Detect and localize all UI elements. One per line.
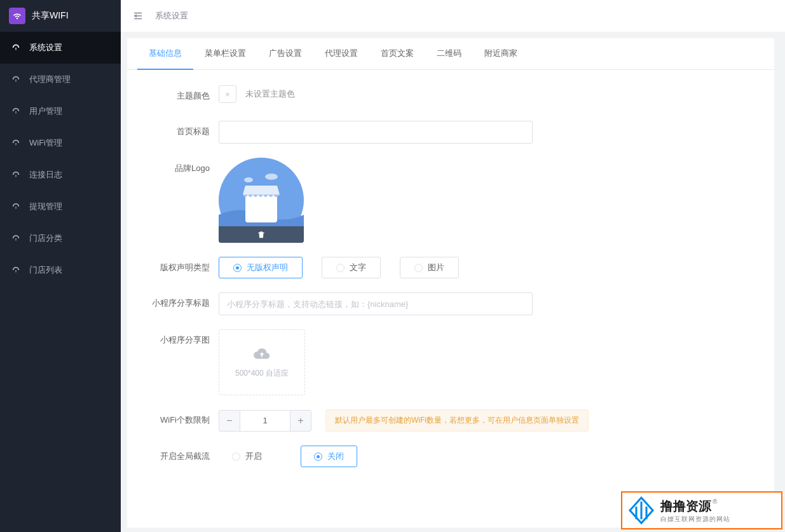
watermark-icon xyxy=(627,496,655,524)
dashboard-icon xyxy=(11,234,22,243)
wifi-icon xyxy=(9,8,25,24)
copyright-option-image[interactable]: 图片 xyxy=(400,257,459,278)
share-image-upload[interactable]: 500*400 自适应 xyxy=(219,329,305,395)
copyright-label: 版权声明类型 xyxy=(142,257,219,278)
radio-label: 文字 xyxy=(350,262,366,273)
theme-color-label: 主题颜色 xyxy=(142,85,219,107)
watermark: 撸撸资源® 白嫖互联网资源的网站 xyxy=(621,491,782,529)
upload-hint: 500*400 自适应 xyxy=(235,368,289,379)
tab-ad-settings[interactable]: 广告设置 xyxy=(257,38,313,69)
dashboard-icon xyxy=(11,139,22,147)
global-throttle-label: 开启全局截流 xyxy=(142,446,219,467)
radio-label: 关闭 xyxy=(327,451,344,462)
radio-dot-icon xyxy=(314,453,322,461)
sidebar-item-label: 连接日志 xyxy=(29,169,62,181)
radio-label: 图片 xyxy=(428,262,444,273)
increment-button[interactable]: + xyxy=(290,410,311,432)
dashboard-icon xyxy=(11,43,22,52)
wifi-limit-stepper: − + xyxy=(219,410,311,432)
sidebar-item-system-settings[interactable]: 系统设置 xyxy=(0,32,121,64)
sidebar-item-label: WiFi管理 xyxy=(29,137,62,149)
wifi-limit-alert: 默认用户最多可创建的WiFi数量，若想更多，可在用户信息页面单独设置 xyxy=(325,409,589,432)
tabs: 基础信息 菜单栏设置 广告设置 代理设置 首页文案 二维码 附近商家 xyxy=(127,38,774,70)
share-image-label: 小程序分享图 xyxy=(142,329,219,351)
theme-color-picker[interactable]: × xyxy=(219,85,236,103)
trash-icon xyxy=(257,230,266,239)
sidebar-item-label: 门店分类 xyxy=(29,233,62,244)
dashboard-icon xyxy=(11,107,22,116)
breadcrumb: 系统设置 xyxy=(155,10,188,22)
form: 主题颜色 × 未设置主题色 首页标题 品牌Logo xyxy=(127,70,774,496)
global-throttle-option-on[interactable]: 开启 xyxy=(219,446,275,467)
sidebar: 共享WIFI 系统设置 代理商管理 用户管理 WiFi管理 连接日志 提现管理 … xyxy=(0,0,121,532)
settings-card: 基础信息 菜单栏设置 广告设置 代理设置 首页文案 二维码 附近商家 主题颜色 … xyxy=(127,38,774,528)
sidebar-item-label: 提现管理 xyxy=(29,201,62,212)
share-title-label: 小程序分享标题 xyxy=(142,292,219,314)
sidebar-item-wifi-management[interactable]: WiFi管理 xyxy=(0,127,121,159)
brand-logo-label: 品牌Logo xyxy=(142,158,219,179)
sidebar-item-withdraw-management[interactable]: 提现管理 xyxy=(0,191,121,222)
collapse-icon[interactable] xyxy=(132,10,144,22)
cloud-upload-icon xyxy=(252,346,271,362)
radio-label: 无版权声明 xyxy=(247,262,288,273)
svg-rect-3 xyxy=(245,194,277,222)
svg-point-1 xyxy=(244,177,253,182)
watermark-sup: ® xyxy=(713,498,717,505)
copyright-option-none[interactable]: 无版权声明 xyxy=(219,257,303,278)
tab-basic-info[interactable]: 基础信息 xyxy=(137,38,193,70)
main: 基础信息 菜单栏设置 广告设置 代理设置 首页文案 二维码 附近商家 主题颜色 … xyxy=(127,38,785,532)
sidebar-item-user-management[interactable]: 用户管理 xyxy=(0,95,121,127)
copyright-option-text[interactable]: 文字 xyxy=(322,257,381,278)
svg-point-2 xyxy=(265,174,278,180)
global-throttle-option-off[interactable]: 关闭 xyxy=(301,446,357,467)
wifi-limit-label: WiFi个数限制 xyxy=(142,409,219,431)
brand: 共享WIFI xyxy=(0,0,121,32)
sidebar-item-store-category[interactable]: 门店分类 xyxy=(0,222,121,254)
theme-color-hint: 未设置主题色 xyxy=(245,88,295,100)
radio-dot-icon xyxy=(232,453,240,461)
tab-home-copy[interactable]: 首页文案 xyxy=(369,38,425,69)
tab-menu-settings[interactable]: 菜单栏设置 xyxy=(193,38,257,69)
dashboard-icon xyxy=(11,266,22,275)
radio-label: 开启 xyxy=(245,451,262,462)
sidebar-item-label: 代理商管理 xyxy=(29,74,71,85)
tab-agent-settings[interactable]: 代理设置 xyxy=(313,38,369,69)
tab-nearby-merchant[interactable]: 附近商家 xyxy=(473,38,529,69)
share-title-input[interactable] xyxy=(219,292,533,315)
dashboard-icon xyxy=(11,202,22,211)
dashboard-icon xyxy=(11,75,22,84)
topbar: 系统设置 xyxy=(121,0,785,32)
radio-dot-icon xyxy=(336,264,345,272)
decrement-button[interactable]: − xyxy=(219,410,240,432)
sidebar-item-store-list[interactable]: 门店列表 xyxy=(0,254,121,286)
sidebar-item-connection-log[interactable]: 连接日志 xyxy=(0,159,121,191)
radio-dot-icon xyxy=(414,264,423,272)
sidebar-item-label: 系统设置 xyxy=(29,42,62,53)
watermark-sub: 白嫖互联网资源的网站 xyxy=(660,515,730,524)
sidebar-item-label: 用户管理 xyxy=(29,106,62,117)
logo-delete-overlay[interactable] xyxy=(219,226,304,243)
sidebar-item-agent-management[interactable]: 代理商管理 xyxy=(0,64,121,95)
wifi-limit-input[interactable] xyxy=(240,410,290,432)
dashboard-icon xyxy=(11,170,22,179)
watermark-title: 撸撸资源 xyxy=(660,499,711,513)
radio-dot-icon xyxy=(233,264,242,272)
brand-logo-upload[interactable] xyxy=(219,158,304,243)
sidebar-item-label: 门店列表 xyxy=(29,264,62,276)
home-title-input[interactable] xyxy=(219,121,533,144)
brand-title: 共享WIFI xyxy=(32,10,69,22)
tab-qrcode[interactable]: 二维码 xyxy=(425,38,473,69)
home-title-label: 首页标题 xyxy=(142,121,219,142)
